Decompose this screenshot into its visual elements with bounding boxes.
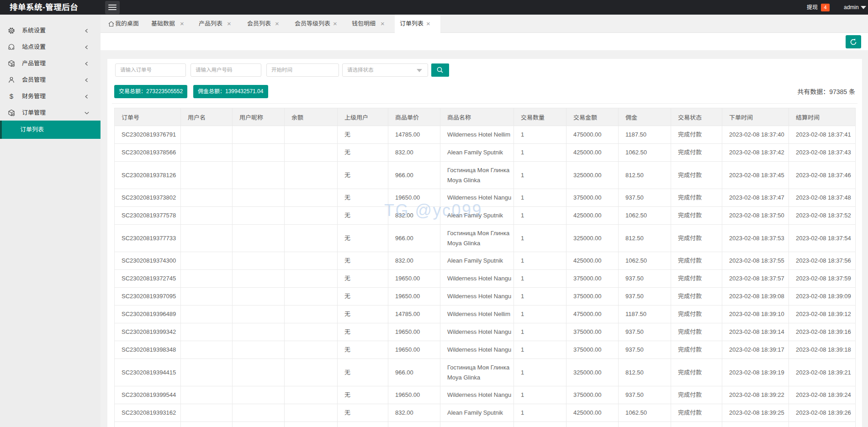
- svg-text:$: $: [10, 93, 14, 100]
